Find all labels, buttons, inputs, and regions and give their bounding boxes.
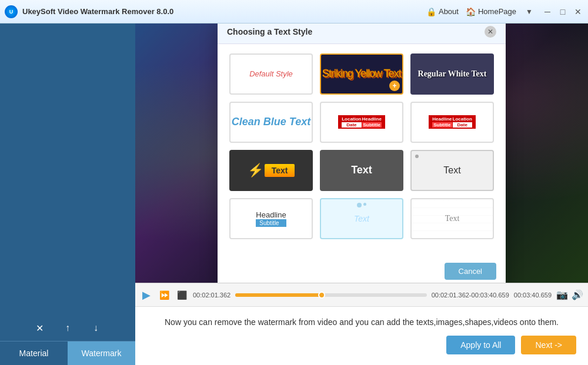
timeline: ▶ ⏩ ⬛ 00:02:01.362 00:02:01.362-00:03:40… (135, 283, 588, 306)
bubble-dot-2 (363, 203, 366, 206)
style-yellow[interactable]: Striking Yellow Text + (320, 53, 403, 95)
stop-button[interactable]: ⬛ (175, 289, 188, 302)
style-grid: Default Style Striking Yellow Text + Reg… (229, 53, 494, 239)
grunge-icon: ⚡ (248, 163, 263, 178)
close-button[interactable]: ✕ (572, 5, 584, 18)
grunge-text-label: Text (265, 164, 295, 177)
volume-icon[interactable]: 🔊 (572, 289, 583, 300)
bottom-bar: Now you can remove the watermark from vi… (135, 306, 588, 365)
headline2-label: Headline (432, 116, 452, 122)
about-link[interactable]: 🔒 About (426, 7, 459, 16)
app-title: UkeySoft Video Watermark Remover 8.0.0 (22, 7, 426, 16)
video-area: Choosing a Text Style ✕ Default Style St… (135, 24, 588, 365)
screenshot-icon[interactable]: 📷 (556, 289, 568, 300)
blue-style-label: Clean Blue Text (232, 116, 310, 128)
timeline-icons: 📷 🔊 (556, 289, 583, 300)
date-label: Date (342, 122, 361, 128)
yellow-style-label: Striking Yellow Text (322, 68, 401, 80)
move-down-button[interactable]: ↓ (88, 320, 104, 336)
remove-button[interactable]: ✕ (31, 320, 48, 336)
subtitle2-label: Subtitle (432, 122, 452, 128)
bubble-dots (357, 203, 366, 207)
step-forward-button[interactable]: ⏩ (158, 289, 171, 302)
sidebar-tabs: Material Watermark (0, 341, 135, 365)
style-blue[interactable]: Clean Blue Text (229, 102, 313, 143)
style-headline[interactable]: Headline Subtitle (229, 198, 313, 239)
style-default[interactable]: Default Style (229, 53, 313, 95)
white-style-label: Regular White Text (418, 69, 487, 79)
window-controls: ─ □ ✕ (541, 5, 584, 18)
location2-label: Location (453, 116, 472, 122)
timeline-start: 00:02:01.362 (193, 292, 230, 299)
sidebar-actions: ✕ ↑ ↓ (0, 315, 135, 341)
style-white[interactable]: Regular White Text (410, 53, 494, 95)
lock-icon: 🔒 (426, 7, 436, 16)
dialog-overlay: Choosing a Text Style ✕ Default Style St… (135, 24, 588, 283)
apply-to-all-button[interactable]: Apply to All (446, 336, 515, 354)
style-dark[interactable]: Text (320, 150, 403, 191)
headline-h-label: Headline (256, 210, 286, 219)
handwriting-bg (412, 199, 493, 238)
timeline-thumb (318, 292, 325, 299)
style-clean-white[interactable]: Text (410, 150, 494, 191)
dialog-close-button[interactable]: ✕ (485, 26, 496, 38)
home-icon: 🏠 (466, 7, 476, 16)
subtitle-label: Subtitle (362, 122, 382, 128)
dialog-footer: Cancel (218, 258, 506, 283)
style-red-grid[interactable]: Location Headline Date Subtitle (320, 102, 403, 143)
headline-sub-label: Subtitle (256, 219, 286, 227)
clean-white-dot (415, 155, 419, 158)
red-grid-inner: Location Headline Date Subtitle (338, 115, 385, 129)
sidebar: ✕ ↑ ↓ Material Watermark (0, 24, 135, 365)
dark-text-label: Text (351, 164, 372, 176)
location-label: Location (342, 116, 361, 122)
cancel-button[interactable]: Cancel (445, 263, 496, 280)
headline-inner: Headline Subtitle (256, 210, 286, 227)
minimize-button[interactable]: ─ (541, 5, 554, 18)
dialog-title: Choosing a Text Style (227, 27, 312, 36)
style-red-grid2[interactable]: Headline Location Subtitle Date (410, 102, 494, 143)
bubble-dot-1 (357, 203, 362, 207)
titlebar: U UkeySoft Video Watermark Remover 8.0.0… (0, 0, 588, 24)
main-area: ✕ ↑ ↓ Material Watermark Choosing a Text… (0, 24, 588, 365)
dialog-body: Default Style Striking Yellow Text + Reg… (218, 44, 506, 258)
timeline-bar[interactable] (235, 293, 426, 297)
selected-badge: + (389, 81, 400, 91)
bottom-buttons: Apply to All Next -> (147, 336, 576, 359)
date2-label: Date (453, 122, 472, 128)
move-up-button[interactable]: ↑ (59, 320, 76, 336)
headline-label: Headline (362, 116, 382, 122)
sidebar-tab-watermark[interactable]: Watermark (68, 341, 135, 365)
timeline-end: 00:03:40.659 (514, 292, 552, 299)
style-handwriting[interactable]: Text (410, 198, 494, 239)
red-grid2-inner: Headline Location Subtitle Date (429, 115, 476, 129)
bottom-message: Now you can remove the watermark from vi… (147, 313, 576, 327)
text-style-dialog: Choosing a Text Style ✕ Default Style St… (218, 24, 506, 283)
maximize-button[interactable]: □ (556, 5, 569, 18)
timeline-range: 00:02:01.362-00:03:40.659 (432, 292, 509, 299)
play-button[interactable]: ▶ (140, 289, 153, 302)
video-container: Choosing a Text Style ✕ Default Style St… (135, 24, 588, 283)
bubble-text-label: Text (354, 214, 369, 223)
default-style-label: Default Style (249, 69, 293, 78)
sidebar-tab-material[interactable]: Material (0, 341, 68, 365)
style-bubble[interactable]: Text (320, 198, 403, 239)
homepage-link[interactable]: 🏠 HomePage (466, 7, 516, 16)
style-grunge[interactable]: ⚡ Text (229, 150, 313, 191)
dialog-header: Choosing a Text Style ✕ (218, 24, 506, 44)
next-button[interactable]: Next -> (521, 336, 576, 354)
nav-links: 🔒 About 🏠 HomePage ▼ (426, 6, 535, 18)
app-logo: U (5, 5, 18, 18)
clean-text-label: Text (443, 165, 460, 176)
timeline-progress (235, 293, 321, 297)
dropdown-button[interactable]: ▼ (523, 6, 535, 18)
